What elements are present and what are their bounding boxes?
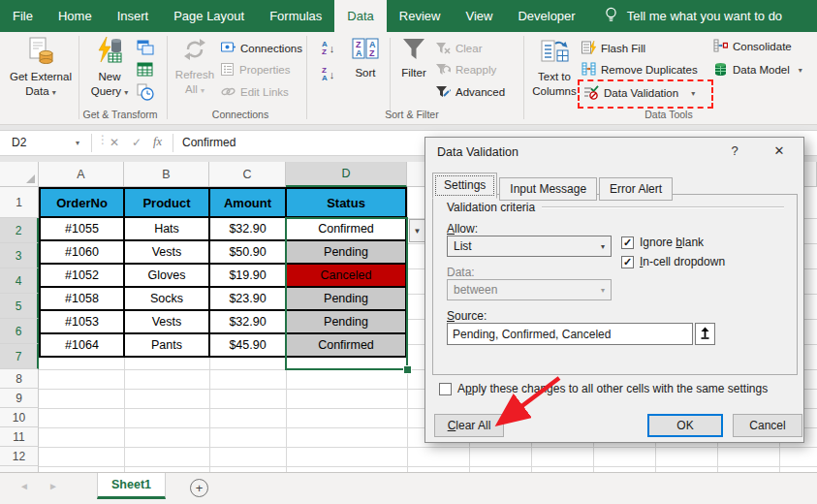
flash-fill-button[interactable]: Flash Fill <box>581 40 645 57</box>
row-header-1[interactable]: 1 <box>0 187 39 218</box>
enter-icon[interactable]: ✓ <box>132 136 141 149</box>
remove-duplicates-button[interactable]: Remove Duplicates <box>581 61 698 79</box>
cell-b5[interactable]: Socks <box>125 288 210 311</box>
cell-c2[interactable]: $32.90 <box>210 218 287 241</box>
tab-error-alert[interactable]: Error Alert <box>599 177 673 201</box>
tab-review[interactable]: Review <box>387 0 454 32</box>
cell-c5[interactable]: $23.90 <box>210 288 287 311</box>
cell-d2-active[interactable]: Confirmed <box>287 218 407 241</box>
cell-a6[interactable]: #1053 <box>41 311 125 334</box>
refresh-all-button[interactable]: Refresh All ▾ <box>172 36 218 97</box>
clear-filter-button[interactable]: Clear <box>436 40 482 57</box>
cell-c6[interactable]: $32.90 <box>210 311 287 334</box>
recent-sources-button[interactable] <box>137 83 154 105</box>
cancel-icon[interactable]: ✕ <box>110 136 119 149</box>
cell-c7[interactable]: $45.90 <box>210 334 287 358</box>
cell-a4[interactable]: #1052 <box>41 265 125 288</box>
select-all-corner[interactable] <box>0 162 39 187</box>
filter-button[interactable]: Filter <box>393 36 434 80</box>
drag-dots-icon[interactable]: ⋮ <box>97 133 109 146</box>
fx-icon[interactable]: fx <box>153 135 162 149</box>
help-button[interactable]: ? <box>722 143 747 158</box>
formula-bar-value[interactable]: Confirmed <box>182 136 236 149</box>
row-header-9[interactable]: 9 <box>0 389 39 408</box>
column-header-b[interactable]: B <box>124 162 209 187</box>
connections-button[interactable]: Connections <box>221 40 302 57</box>
sort-button[interactable]: ZAAZ Sort <box>345 36 386 80</box>
reapply-button[interactable]: Reapply <box>436 61 496 79</box>
cell-b6[interactable]: Vests <box>125 311 210 334</box>
name-box[interactable]: D2 <box>12 136 26 149</box>
data-model-button[interactable]: Data Model ▾ <box>713 61 802 79</box>
table-header-product[interactable]: Product <box>125 189 210 218</box>
cell-c4[interactable]: $19.90 <box>210 265 287 288</box>
tell-me-box[interactable]: Tell me what you want to do <box>604 0 782 32</box>
new-query-button[interactable]: New Query ▾ <box>84 36 135 99</box>
cell-b3[interactable]: Vests <box>125 241 210 265</box>
cell-b2[interactable]: Hats <box>125 218 210 241</box>
cell-a2[interactable]: #1055 <box>41 218 125 241</box>
column-header-d[interactable]: D <box>286 162 407 187</box>
text-to-columns-button[interactable]: Text to Columns <box>529 36 580 99</box>
tab-data[interactable]: Data <box>334 0 386 32</box>
from-table-button[interactable] <box>137 61 154 82</box>
tab-developer[interactable]: Developer <box>505 0 587 32</box>
sheet-nav-left-icon[interactable]: ◄ <box>19 481 29 491</box>
properties-button[interactable]: Properties <box>221 61 290 79</box>
sheet-nav-right-icon[interactable]: ► <box>48 481 58 491</box>
select-all-triangle-icon <box>26 174 35 183</box>
cell-a7[interactable]: #1064 <box>41 334 125 358</box>
table-header-orderno[interactable]: OrderNo <box>41 189 125 218</box>
cell-a3[interactable]: #1060 <box>41 241 125 265</box>
row-header-6[interactable]: 6 <box>0 319 39 344</box>
cell-c3[interactable]: $50.90 <box>210 241 287 265</box>
cell-b7[interactable]: Pants <box>125 334 210 358</box>
cell-d5[interactable]: Pending <box>287 288 407 311</box>
cancel-button[interactable]: Cancel <box>733 414 802 437</box>
column-header-c[interactable]: C <box>209 162 286 187</box>
column-header-a[interactable]: A <box>39 162 124 187</box>
tab-home[interactable]: Home <box>46 0 105 32</box>
in-cell-dropdown-button[interactable]: ▼ <box>409 219 425 242</box>
sort-za-button[interactable]: ZA↓ <box>322 67 334 82</box>
consolidate-button[interactable]: Consolidate <box>713 38 792 55</box>
fill-handle[interactable] <box>403 365 412 374</box>
cell-d4[interactable]: Canceled <box>287 265 407 288</box>
tab-view[interactable]: View <box>453 0 505 32</box>
name-box-dropdown-icon[interactable]: ▾ <box>76 139 79 147</box>
row-header-11[interactable]: 11 <box>0 427 39 447</box>
row-header-10[interactable]: 10 <box>0 408 39 427</box>
tab-page-layout[interactable]: Page Layout <box>161 0 257 32</box>
row-header-12[interactable]: 12 <box>0 447 39 466</box>
row-header-2[interactable]: 2 <box>0 218 39 243</box>
apply-changes-checkbox[interactable]: Apply these changes to all other cells w… <box>439 382 768 395</box>
row-header-5[interactable]: 5 <box>0 294 39 319</box>
edit-links-button[interactable]: Edit Links <box>221 83 289 101</box>
sort-az-button[interactable]: AZ↓ <box>322 41 334 56</box>
clear-all-button[interactable]: Clear All <box>434 414 504 437</box>
row-header-7[interactable]: 7 <box>0 344 39 369</box>
add-sheet-button[interactable]: + <box>190 479 208 497</box>
tab-formulas[interactable]: Formulas <box>257 0 334 32</box>
row-header-4[interactable]: 4 <box>0 268 39 294</box>
cell-d6[interactable]: Pending <box>287 311 407 334</box>
settings-panel <box>432 194 798 375</box>
sheet-tab-sheet1[interactable]: Sheet1 <box>97 473 166 499</box>
cell-b4[interactable]: Gloves <box>125 265 210 288</box>
cell-d3[interactable]: Pending <box>287 241 407 265</box>
close-icon[interactable]: ✕ <box>767 143 792 158</box>
advanced-filter-button[interactable]: Advanced <box>436 83 505 101</box>
cell-d7[interactable]: Confirmed <box>287 334 407 358</box>
get-external-data-button[interactable]: Get External Data ▾ <box>6 36 76 99</box>
show-queries-button[interactable] <box>137 39 154 60</box>
cell-a5[interactable]: #1058 <box>41 288 125 311</box>
row-header-8[interactable]: 8 <box>0 369 39 389</box>
table-header-status[interactable]: Status <box>287 189 407 218</box>
ok-button[interactable]: OK <box>647 414 723 437</box>
table-header-amount[interactable]: Amount <box>210 189 287 218</box>
tab-settings[interactable]: Settings <box>432 173 497 199</box>
row-header-3[interactable]: 3 <box>0 243 39 268</box>
tab-file[interactable]: File <box>0 0 46 32</box>
tab-input-message[interactable]: Input Message <box>499 177 597 201</box>
tab-insert[interactable]: Insert <box>105 0 162 32</box>
